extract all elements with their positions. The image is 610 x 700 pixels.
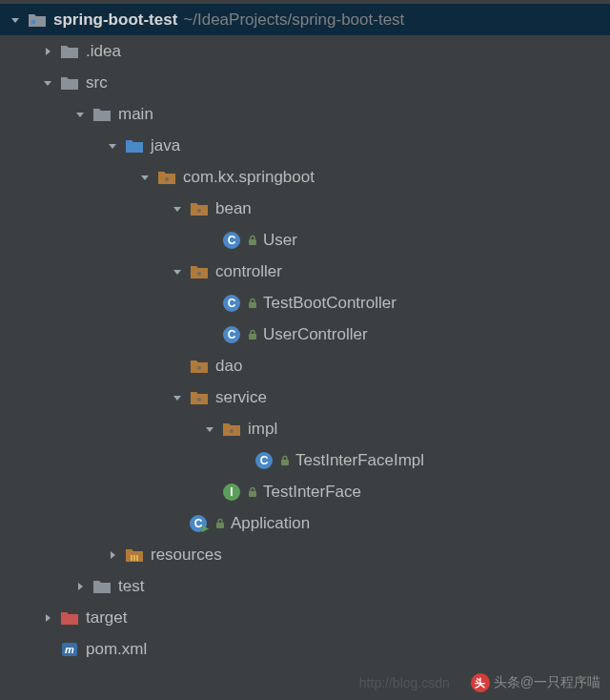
class-icon: C xyxy=(221,324,242,345)
svg-text:C: C xyxy=(260,454,269,467)
folder-excluded-icon xyxy=(59,607,80,628)
svg-point-14 xyxy=(197,398,201,401)
watermark-badge: 头 xyxy=(471,673,490,692)
svg-rect-26 xyxy=(133,555,135,561)
watermark: http://blog.csdn 头 头条@一只程序喵 xyxy=(359,673,600,692)
class-run-icon: C xyxy=(189,513,210,534)
tree-row[interactable]: spring-boot-test~/IdeaProjects/spring-bo… xyxy=(0,4,610,35)
tree-row[interactable]: target xyxy=(0,602,610,633)
svg-text:C: C xyxy=(194,517,203,530)
folder-icon xyxy=(59,72,80,93)
folder-icon xyxy=(92,576,112,597)
tree-row[interactable]: resources xyxy=(0,539,610,570)
svg-rect-5 xyxy=(249,239,256,245)
tree-row[interactable]: CTestInterFaceImpl xyxy=(0,444,610,476)
vcs-lock-icon xyxy=(214,517,227,530)
chevron-right-icon[interactable] xyxy=(40,610,55,626)
svg-rect-18 xyxy=(281,460,289,465)
tree-row[interactable]: dao xyxy=(0,350,610,381)
tree-row[interactable]: controller xyxy=(0,256,610,287)
svg-text:C: C xyxy=(228,234,236,247)
tree-item-label: TestInterFace xyxy=(263,483,361,502)
package-icon xyxy=(221,419,242,440)
tree-item-label: TestInterFaceImpl xyxy=(295,451,424,470)
svg-rect-9 xyxy=(249,302,256,308)
tree-item-label: test xyxy=(118,577,144,596)
tree-row[interactable]: CUser xyxy=(0,224,610,256)
tree-item-label: resources xyxy=(151,546,222,565)
chevron-right-icon[interactable] xyxy=(105,547,120,563)
project-path: ~/IdeaProjects/spring-boot-test xyxy=(183,10,404,30)
maven-icon: m xyxy=(59,639,80,660)
chevron-down-icon[interactable] xyxy=(8,12,23,28)
svg-point-2 xyxy=(197,209,201,213)
chevron-down-icon[interactable] xyxy=(72,107,88,122)
tree-row[interactable]: service xyxy=(0,381,610,413)
tree-item-label: User xyxy=(263,231,297,250)
chevron-down-icon[interactable] xyxy=(40,75,55,91)
tree-row[interactable]: java xyxy=(0,130,610,161)
tree-row[interactable]: ITestInterFace xyxy=(0,476,610,507)
svg-rect-25 xyxy=(131,555,132,561)
tree-item-label: service xyxy=(215,388,267,407)
svg-text:I: I xyxy=(230,485,233,499)
chevron-right-icon[interactable] xyxy=(40,44,55,59)
chevron-down-icon[interactable] xyxy=(170,390,185,405)
svg-point-13 xyxy=(197,366,201,370)
tree-item-label: com.kx.springboot xyxy=(183,168,315,187)
folder-module-icon xyxy=(27,10,48,31)
tree-item-label: src xyxy=(86,73,108,93)
project-tree[interactable]: spring-boot-test~/IdeaProjects/spring-bo… xyxy=(0,0,610,669)
tree-item-label: dao xyxy=(215,357,242,376)
tree-item-label: TestBootController xyxy=(263,294,396,313)
svg-rect-24 xyxy=(216,523,224,528)
tree-item-label: main xyxy=(118,105,153,124)
tree-row[interactable]: CTestBootController xyxy=(0,287,610,319)
tree-item-label: target xyxy=(86,608,127,628)
tree-row[interactable]: main xyxy=(0,98,610,130)
tree-item-label: Application xyxy=(231,514,310,533)
vcs-lock-icon xyxy=(246,328,259,341)
folder-resources-icon xyxy=(124,545,145,566)
watermark-text: 头条@一只程序喵 xyxy=(494,674,600,691)
tree-row[interactable]: src xyxy=(0,67,610,98)
tree-item-label: bean xyxy=(215,199,252,218)
vcs-lock-icon xyxy=(246,297,259,310)
tree-row[interactable]: CApplication xyxy=(0,507,610,539)
chevron-down-icon[interactable] xyxy=(105,138,120,154)
tree-row[interactable]: com.kx.springboot xyxy=(0,161,610,193)
chevron-right-icon[interactable] xyxy=(72,579,88,594)
tree-row[interactable]: mpom.xml xyxy=(0,633,610,665)
package-icon xyxy=(156,167,177,188)
chevron-down-icon[interactable] xyxy=(170,201,185,216)
tree-row[interactable]: .idea xyxy=(0,35,610,67)
chevron-down-icon[interactable] xyxy=(202,422,217,437)
folder-icon xyxy=(59,41,80,62)
svg-point-6 xyxy=(197,272,201,276)
interface-icon: I xyxy=(221,482,242,503)
svg-rect-21 xyxy=(249,491,256,497)
package-icon xyxy=(189,261,210,282)
tree-item-label: .idea xyxy=(86,42,121,61)
svg-text:C: C xyxy=(228,328,236,341)
class-icon: C xyxy=(221,230,242,251)
tree-row[interactable]: bean xyxy=(0,193,610,224)
package-icon xyxy=(189,387,210,408)
package-icon xyxy=(189,356,210,377)
svg-rect-12 xyxy=(249,334,256,340)
tree-row[interactable]: test xyxy=(0,570,610,602)
vcs-lock-icon xyxy=(246,485,259,499)
chevron-down-icon[interactable] xyxy=(170,264,185,279)
vcs-lock-icon xyxy=(246,234,259,247)
tree-row[interactable]: impl xyxy=(0,413,610,444)
tree-row[interactable]: CUserController xyxy=(0,319,610,350)
svg-text:m: m xyxy=(65,644,74,655)
folder-source-icon xyxy=(124,135,145,156)
tree-item-label: pom.xml xyxy=(86,640,147,659)
tree-item-label: UserController xyxy=(263,325,368,344)
tree-item-label: controller xyxy=(215,262,282,281)
svg-point-0 xyxy=(31,19,36,24)
class-icon: C xyxy=(254,450,274,471)
folder-icon xyxy=(92,104,112,125)
chevron-down-icon[interactable] xyxy=(137,170,152,185)
